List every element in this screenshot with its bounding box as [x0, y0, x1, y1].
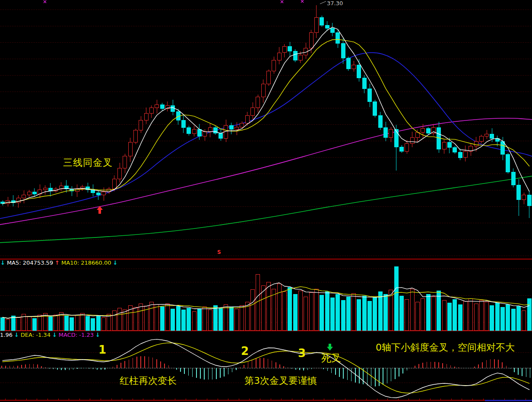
zero-axis-annotation: 0轴下小斜度金叉，空间相对不大: [376, 343, 515, 352]
golden-cross-number-3: 3: [298, 348, 306, 359]
down-arrow-icon: ↓: [95, 332, 100, 338]
down-arrow-icon: ↓: [52, 332, 57, 338]
golden-cross-number-2: 2: [241, 345, 249, 357]
up-arrow-icon: ↑: [55, 260, 60, 266]
death-cross-annotation: 死叉: [321, 353, 341, 363]
dea-value-label[interactable]: DEA: -1.34: [21, 332, 51, 338]
macd-value-label[interactable]: MACD: -1.23: [59, 332, 94, 338]
third-cross-annotation: 第3次金叉要谨慎: [244, 376, 317, 386]
golden-cross-annotation: 三线同金叉: [63, 158, 113, 168]
down-arrow-icon: ↓: [0, 260, 5, 266]
down-arrow-icon: ↓: [14, 332, 19, 338]
death-cross-arrow-icon: [327, 344, 333, 351]
dif-value-label[interactable]: 1.96: [0, 332, 13, 338]
macd-indicator-header: 1.96 ↓ DEA: -1.34 ↓ MACD: -1.23 ↓: [0, 332, 102, 338]
volume-indicator-header: ↓ MA5: 204753.59 ↑ MA10: 218660.00 ↓: [0, 260, 119, 266]
volume-ma10-label[interactable]: MA10: 218660.00: [61, 260, 111, 266]
red-bars-annotation: 红柱再次变长: [120, 376, 177, 386]
stock-chart-screen: 37.30 三线同金叉 S ↓ MA5: 204753.59 ↑ MA10: 2…: [0, 0, 532, 402]
golden-cross-number-1: 1: [98, 344, 106, 355]
volume-ma5-label[interactable]: MA5: 204753.59: [7, 260, 53, 266]
peak-price-label: 37.30: [327, 0, 343, 6]
sell-signal-marker: S: [217, 250, 221, 255]
down-arrow-icon: ↓: [113, 260, 117, 266]
